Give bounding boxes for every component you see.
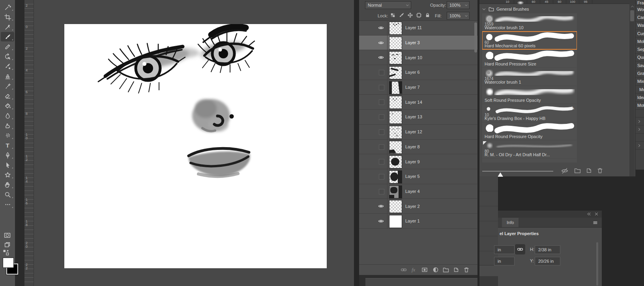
layer-name[interactable]: Layer 5 <box>405 169 420 184</box>
magic-wand-tool[interactable] <box>1 2 14 12</box>
brush-item[interactable]: 80 R. M. - Oil Dry - Art Draft Half Dr..… <box>482 140 577 158</box>
layer-row[interactable]: Layer 6 <box>359 65 477 80</box>
layer-row[interactable]: Layer 11 <box>359 21 477 36</box>
layer-thumbnail[interactable] <box>389 141 402 154</box>
lock-paint-icon[interactable] <box>399 12 404 18</box>
clipped-panel-label[interactable]: Woo <box>636 6 644 13</box>
eyedropper-tool[interactable] <box>1 22 14 32</box>
zoom-tool[interactable] <box>1 190 14 199</box>
opacity-select[interactable]: 100% <box>447 1 470 9</box>
layer-name[interactable]: Layer 10 <box>405 50 422 65</box>
brush-preset-size[interactable]: 95 <box>579 0 592 4</box>
visibility-checkbox[interactable] <box>379 189 384 194</box>
swap-colors-icon[interactable] <box>3 249 9 256</box>
visibility-checkbox[interactable] <box>379 114 384 120</box>
history-brush-tool[interactable] <box>1 52 14 61</box>
pencil-tool[interactable] <box>1 42 14 51</box>
brush-stroke-preview-toggle-icon[interactable] <box>561 167 568 174</box>
blur-tool[interactable] <box>1 111 14 120</box>
document-canvas[interactable] <box>64 24 327 268</box>
type-tool[interactable]: T <box>1 140 14 150</box>
custom-shape-tool[interactable] <box>1 170 14 179</box>
brush-preset-size[interactable] <box>514 0 527 4</box>
layer-thumbnail[interactable] <box>389 185 402 198</box>
fill-select[interactable]: 100% <box>447 12 470 20</box>
close-panel-icon[interactable] <box>594 212 599 216</box>
layer-row[interactable]: Layer 12 <box>359 125 477 140</box>
visibility-eye-icon[interactable] <box>378 54 384 60</box>
layer-name[interactable]: Layer 4 <box>405 184 420 199</box>
delete-brush-trash-icon[interactable] <box>597 167 603 174</box>
brush-item-partial[interactable] <box>482 159 577 163</box>
visibility-eye-icon[interactable] <box>378 203 384 209</box>
clone-stamp-tool[interactable] <box>1 71 14 81</box>
link-layers-icon[interactable] <box>401 267 407 273</box>
new-layer-icon[interactable] <box>453 267 459 273</box>
paint-bucket-tool[interactable] <box>1 101 14 110</box>
clipped-panel-label[interactable]: Cus <box>636 30 644 37</box>
layer-name[interactable]: Layer 11 <box>405 21 422 35</box>
layer-name[interactable]: Layer 8 <box>405 140 420 154</box>
layer-effects-icon[interactable]: fx <box>412 267 415 273</box>
brush-item-selected[interactable]: 60 Hard Mechanical 60 pixels <box>482 32 577 49</box>
visibility-checkbox[interactable] <box>379 159 384 164</box>
layer-row[interactable]: Layer 10 <box>359 50 477 65</box>
info-panel-titlebar[interactable] <box>498 211 602 218</box>
scroll-up-arrow-icon[interactable] <box>631 5 634 8</box>
brush-preset-size[interactable]: 60 <box>553 0 566 4</box>
width-field[interactable]: in <box>494 245 515 254</box>
layer-name[interactable]: Layer 9 <box>405 154 420 169</box>
visibility-eye-icon[interactable] <box>378 40 384 46</box>
brush-item[interactable]: Soft Round Pressure Opacity <box>482 86 577 104</box>
clipped-panel-label[interactable]: Fra <box>636 0 644 6</box>
height-field[interactable]: 2/38 in <box>535 245 560 254</box>
visibility-checkbox[interactable] <box>379 174 384 179</box>
blend-mode-select[interactable]: Normal <box>365 1 411 9</box>
pattern-stamp-tool[interactable] <box>1 131 14 140</box>
new-brush-group-folder-icon[interactable] <box>574 167 581 174</box>
new-brush-icon[interactable] <box>586 167 592 174</box>
layer-row[interactable]: Layer 2 <box>359 199 477 214</box>
eraser-tool[interactable] <box>1 91 14 101</box>
brush-preset-size[interactable]: 10 <box>501 0 514 4</box>
visibility-checkbox[interactable] <box>379 129 384 135</box>
visibility-eye-icon[interactable] <box>378 218 384 224</box>
layer-thumbnail[interactable] <box>389 126 402 139</box>
brush-item[interactable]: Hard Round Pressure Size <box>482 50 577 67</box>
brush-item[interactable]: 1674 Watercolor brush 1 <box>482 68 577 86</box>
layer-row[interactable]: Layer 9 <box>359 154 477 169</box>
link-dimensions-button[interactable] <box>515 244 525 254</box>
layer-row[interactable]: Layer 8 <box>359 140 477 155</box>
expand-chevron-icon[interactable] <box>636 118 644 125</box>
layer-thumbnail[interactable] <box>389 96 402 109</box>
pen-tool[interactable] <box>1 150 14 160</box>
layer-row[interactable]: Layer 14 <box>359 95 477 110</box>
lock-all-icon[interactable] <box>425 12 431 18</box>
layer-name[interactable]: Layer 3 <box>405 36 420 50</box>
layer-name[interactable]: Layer 1 <box>405 214 420 228</box>
layer-row[interactable]: Layer 13 <box>359 110 477 125</box>
brush-tool-selected[interactable] <box>1 32 14 41</box>
visibility-eye-icon[interactable] <box>378 25 384 31</box>
clipped-panel-label[interactable]: Moti <box>636 102 644 110</box>
visibility-checkbox[interactable] <box>379 70 384 75</box>
layer-name[interactable]: Layer 7 <box>405 80 420 95</box>
x-field[interactable]: in <box>494 257 515 265</box>
expand-chevron-icon[interactable] <box>636 125 644 133</box>
layer-thumbnail[interactable] <box>389 155 402 168</box>
clipped-panel-label[interactable]: Idea <box>636 93 644 101</box>
layer-name[interactable]: Layer 2 <box>405 199 420 213</box>
collapse-panel-icon[interactable] <box>587 212 591 216</box>
adjustment-layer-icon[interactable] <box>432 267 439 273</box>
lock-position-icon[interactable] <box>407 12 413 18</box>
delete-layer-trash-icon[interactable] <box>463 267 470 273</box>
layer-row[interactable]: Layer 4 <box>359 184 477 199</box>
brush-preset-size[interactable]: 45 <box>540 0 553 4</box>
clipped-panel-label[interactable]: Mo <box>636 86 644 93</box>
hand-tool[interactable] <box>1 180 14 189</box>
layers-scrollbar[interactable] <box>474 22 477 52</box>
layer-name[interactable]: Layer 12 <box>405 125 422 139</box>
lock-artboard-icon[interactable] <box>416 12 422 18</box>
clipped-panel-label[interactable]: Sep <box>636 45 644 53</box>
panel-menu-hamburger-icon[interactable] <box>593 220 598 225</box>
